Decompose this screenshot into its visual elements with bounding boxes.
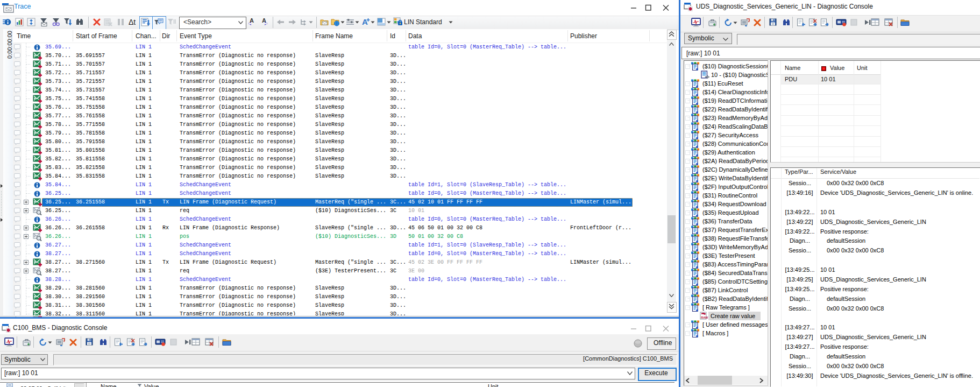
svg-text:RAW: RAW bbox=[701, 316, 708, 319]
svg-text:A: A bbox=[362, 18, 368, 26]
